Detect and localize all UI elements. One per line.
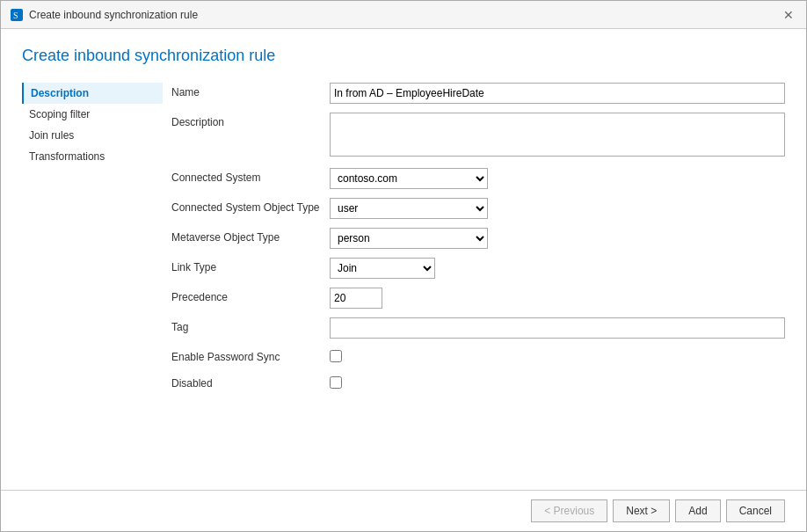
disabled-label: Disabled: [171, 374, 330, 390]
cs-object-type-select[interactable]: user: [330, 198, 488, 219]
tag-row: Tag: [171, 317, 785, 339]
disabled-row: Disabled: [171, 374, 785, 391]
link-type-row: Link Type Join: [171, 258, 785, 279]
cs-object-type-row: Connected System Object Type user: [171, 198, 785, 219]
mv-object-type-row: Metaverse Object Type person: [171, 228, 785, 249]
sidebar-item-scoping-filter[interactable]: Scoping filter: [22, 104, 163, 125]
enable-password-sync-row: Enable Password Sync: [171, 347, 785, 365]
tag-label: Tag: [171, 317, 330, 333]
enable-password-sync-label: Enable Password Sync: [171, 347, 330, 363]
precedence-label: Precedence: [171, 288, 330, 303]
disabled-checkbox[interactable]: [330, 376, 342, 389]
cancel-button[interactable]: Cancel: [726, 499, 785, 522]
name-row: Name: [171, 83, 785, 104]
description-control: [330, 113, 785, 159]
page-title: Create inbound synchronization rule: [22, 47, 785, 65]
link-type-select[interactable]: Join: [330, 258, 435, 279]
mv-object-type-label: Metaverse Object Type: [171, 228, 330, 244]
sidebar-item-join-rules[interactable]: Join rules: [22, 125, 163, 146]
description-input[interactable]: [330, 113, 785, 157]
cs-object-type-control: user: [330, 198, 785, 219]
sidebar-item-description[interactable]: Description: [22, 83, 163, 104]
precedence-row: Precedence: [171, 288, 785, 309]
connected-system-label: Connected System: [171, 168, 330, 184]
name-input[interactable]: [330, 83, 785, 104]
enable-password-sync-checkbox[interactable]: [330, 350, 342, 362]
app-icon: S: [10, 8, 24, 22]
sidebar-item-transformations[interactable]: Transformations: [22, 146, 163, 167]
tag-input[interactable]: [330, 317, 785, 339]
connected-system-row: Connected System contoso.com: [171, 168, 785, 189]
title-bar-text: Create inbound synchronization rule: [29, 9, 780, 21]
main-layout: Description Scoping filter Join rules Tr…: [22, 83, 785, 490]
dialog-window: S Create inbound synchronization rule ✕ …: [0, 0, 807, 532]
content-area: Create inbound synchronization rule Desc…: [1, 29, 806, 490]
add-button[interactable]: Add: [675, 499, 720, 522]
name-label: Name: [171, 83, 330, 98]
svg-text:S: S: [13, 11, 18, 20]
mv-object-type-select[interactable]: person: [330, 228, 488, 249]
connected-system-control: contoso.com: [330, 168, 785, 189]
close-button[interactable]: ✕: [780, 6, 797, 24]
form-area: Name Description Connected System: [163, 83, 785, 490]
link-type-control: Join: [330, 258, 785, 279]
tag-control: [330, 317, 785, 339]
precedence-input[interactable]: [330, 288, 382, 309]
footer: < Previous Next > Add Cancel: [1, 490, 806, 531]
precedence-control: [330, 288, 785, 309]
link-type-label: Link Type: [171, 258, 330, 273]
name-control: [330, 83, 785, 104]
description-label: Description: [171, 113, 330, 128]
mv-object-type-control: person: [330, 228, 785, 249]
enable-password-sync-control: [330, 347, 785, 365]
disabled-control: [330, 374, 785, 391]
title-bar: S Create inbound synchronization rule ✕: [1, 1, 806, 29]
sidebar: Description Scoping filter Join rules Tr…: [22, 83, 163, 490]
cs-object-type-label: Connected System Object Type: [171, 198, 330, 214]
connected-system-select[interactable]: contoso.com: [330, 168, 488, 189]
previous-button[interactable]: < Previous: [531, 499, 607, 522]
next-button[interactable]: Next >: [613, 499, 670, 522]
description-row: Description: [171, 113, 785, 159]
